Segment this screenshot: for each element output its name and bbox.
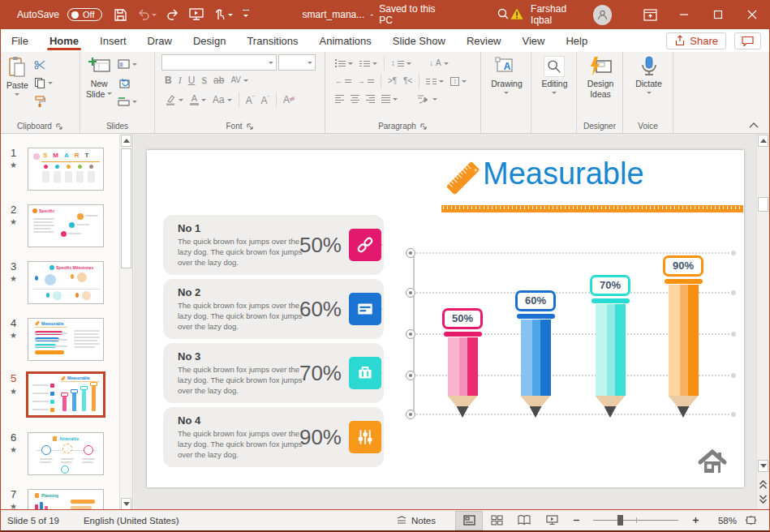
next-slide-button[interactable] <box>759 493 768 508</box>
scrollbar-thumb[interactable] <box>758 197 768 212</box>
main-scrollbar[interactable] <box>756 134 769 511</box>
pencil-bar-4[interactable]: 90% <box>663 255 703 418</box>
line-spacing-button[interactable]: ↕ <box>391 57 411 70</box>
copy-button[interactable] <box>34 76 53 89</box>
tab-design[interactable]: Design <box>183 29 236 52</box>
thumbnail-scroll-down-button[interactable] <box>121 498 131 510</box>
slide-thumbnail-4[interactable]: Measurable <box>28 318 104 361</box>
new-slide-button[interactable]: NewSlide <box>84 54 114 119</box>
smartart-button[interactable] <box>417 92 437 105</box>
align-center-button[interactable] <box>351 95 359 103</box>
clipboard-dialog-launcher[interactable] <box>55 122 63 131</box>
ribbon-display-options-button[interactable] <box>633 0 667 29</box>
save-icon[interactable] <box>114 8 127 22</box>
touch-mode-button[interactable] <box>213 8 233 21</box>
highlight-color-button[interactable] <box>165 93 183 106</box>
zoom-slider-thumb[interactable] <box>617 515 623 526</box>
bullets-button[interactable] <box>335 57 353 70</box>
tab-view[interactable]: View <box>512 29 556 52</box>
justify-button[interactable] <box>381 92 398 105</box>
font-color-button[interactable]: A <box>190 93 206 106</box>
reading-view-button[interactable] <box>510 511 538 530</box>
undo-dropdown-icon[interactable] <box>152 14 157 19</box>
rtl-paragraph-button[interactable]: ¶< <box>403 77 412 85</box>
previous-slide-button[interactable] <box>759 478 768 492</box>
fit-slide-to-window-button[interactable] <box>737 511 764 530</box>
avatar[interactable] <box>593 5 612 25</box>
shrink-font-button[interactable]: Aˇ <box>260 95 269 105</box>
cut-button[interactable] <box>34 58 53 71</box>
slideshow-view-button[interactable] <box>538 511 566 530</box>
close-button[interactable] <box>735 0 769 29</box>
text-shadow-button[interactable]: S <box>201 75 207 85</box>
zoom-out-button[interactable] <box>566 511 587 530</box>
format-painter-button[interactable] <box>34 95 53 108</box>
zoom-slider[interactable] <box>593 520 678 521</box>
list-item-2[interactable]: No 2 The quick brown fox jumps over the … <box>163 279 384 339</box>
share-button[interactable]: Share <box>666 32 726 49</box>
bold-button[interactable]: B <box>165 75 172 85</box>
align-right-button[interactable] <box>366 95 375 103</box>
search-icon[interactable] <box>497 7 510 23</box>
slide-thumbnail-1[interactable]: SMART <box>28 148 104 191</box>
slide-editing-area[interactable]: Measurable No 1 The quick brown fox jump… <box>147 150 744 487</box>
language-indicator[interactable]: English (United States) <box>84 516 179 526</box>
minimize-button[interactable] <box>667 0 701 29</box>
tab-insert[interactable]: Insert <box>89 29 137 52</box>
autosave-toggle[interactable]: Off <box>67 8 101 21</box>
numbering-button[interactable] <box>359 57 377 70</box>
start-slideshow-icon[interactable] <box>189 8 204 21</box>
zoom-in-button[interactable] <box>685 511 706 530</box>
notes-button[interactable]: Notes <box>396 516 436 526</box>
reset-slide-button[interactable] <box>118 76 137 89</box>
slide-thumbnail-3[interactable]: Specific Milestones <box>28 261 104 304</box>
grow-font-button[interactable]: Aˆ <box>246 95 255 105</box>
zoom-level[interactable]: 58% <box>706 516 737 526</box>
collapse-ribbon-button[interactable] <box>748 122 759 130</box>
slide-thumbnail-2[interactable]: Specific <box>28 204 104 247</box>
saved-status[interactable]: Saved to this PC <box>379 3 442 26</box>
editing-button[interactable]: Editing <box>539 54 570 119</box>
slide-layout-button[interactable] <box>118 58 137 71</box>
home-button[interactable] <box>695 444 729 478</box>
tab-home[interactable]: Home <box>39 29 89 52</box>
tab-animations[interactable]: Animations <box>309 29 382 52</box>
columns-button[interactable] <box>426 75 444 88</box>
pencil-bar-3[interactable]: 70% <box>590 275 630 418</box>
underline-button[interactable]: U <box>188 75 196 85</box>
slide-thumbnail-5-current[interactable]: Measurable <box>26 371 105 418</box>
dictate-button[interactable]: Dictate <box>633 54 665 119</box>
tab-file[interactable]: File <box>1 29 39 52</box>
comments-button[interactable] <box>734 32 761 49</box>
font-dialog-launcher[interactable] <box>246 122 254 131</box>
slide-thumbnail-6[interactable]: Attainable <box>28 432 104 475</box>
section-button[interactable] <box>118 95 137 108</box>
ltr-paragraph-button[interactable]: >¶ <box>388 77 397 85</box>
thumbnail-scroll-up-button[interactable] <box>121 135 131 147</box>
scroll-up-button[interactable] <box>758 135 768 147</box>
decrease-indent-button[interactable]: ← <box>335 75 351 88</box>
touch-dropdown-icon[interactable] <box>228 14 233 19</box>
list-item-1[interactable]: No 1 The quick brown fox jumps over the … <box>163 215 384 275</box>
align-text-button[interactable]: ↕ <box>450 75 467 88</box>
strikethrough-button[interactable]: ab <box>213 75 224 85</box>
font-name-combo[interactable] <box>161 54 277 71</box>
list-item-4[interactable]: No 4 The quick brown fox jumps over the … <box>163 407 384 467</box>
scroll-down-button[interactable] <box>758 460 768 472</box>
tab-slide-show[interactable]: Slide Show <box>382 29 456 52</box>
increase-indent-button[interactable]: → <box>358 75 374 88</box>
account-name[interactable]: Farshad Iqbal <box>531 3 587 26</box>
align-left-button[interactable] <box>335 95 344 103</box>
font-size-combo[interactable] <box>278 54 316 71</box>
character-spacing-button[interactable]: AV <box>230 74 248 87</box>
slide-title[interactable]: Measurable <box>483 157 644 191</box>
change-case-button[interactable]: Aa <box>213 93 232 106</box>
text-direction-button[interactable]: ↓A <box>429 57 449 70</box>
list-item-3[interactable]: No 3 The quick brown fox jumps over the … <box>163 343 384 403</box>
tab-transitions[interactable]: Transitions <box>236 29 308 52</box>
paragraph-dialog-launcher[interactable] <box>419 122 428 131</box>
pencil-bar-2[interactable]: 60% <box>515 290 556 418</box>
quick-access-overflow[interactable] <box>243 10 249 19</box>
drawing-button[interactable]: A Drawing <box>488 54 525 119</box>
slide-sorter-view-button[interactable] <box>483 511 510 530</box>
